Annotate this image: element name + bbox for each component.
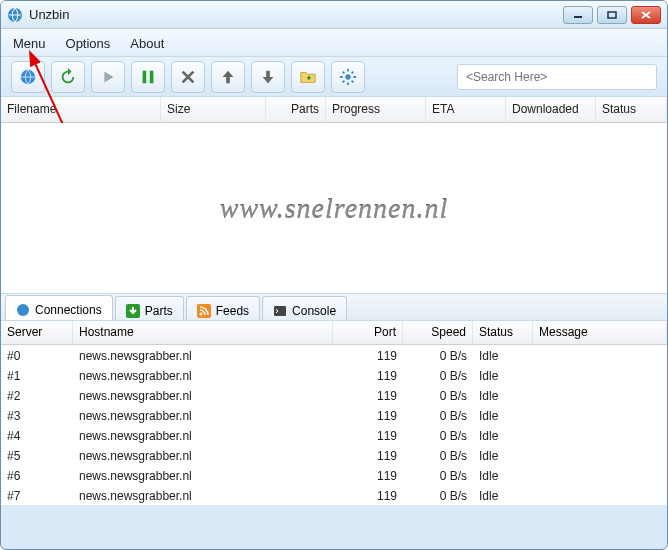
col-filename[interactable]: Filename [1, 97, 161, 122]
cell-hostname: news.newsgrabber.nl [73, 445, 333, 465]
tab-label: Console [292, 304, 336, 318]
refresh-button[interactable] [51, 61, 85, 93]
cell-speed: 0 B/s [403, 485, 473, 505]
window-title: Unzbin [29, 7, 69, 22]
col-port[interactable]: Port [333, 321, 403, 344]
col-server[interactable]: Server [1, 321, 73, 344]
col-status[interactable]: Status [596, 97, 667, 122]
tab-label: Feeds [216, 304, 249, 318]
col-conn-status[interactable]: Status [473, 321, 533, 344]
cell-speed: 0 B/s [403, 425, 473, 445]
cell-server: #5 [1, 445, 73, 465]
down-button[interactable] [251, 61, 285, 93]
cell-hostname: news.newsgrabber.nl [73, 385, 333, 405]
cell-status: Idle [473, 385, 533, 405]
tab-console[interactable]: Console [262, 296, 347, 320]
cell-status: Idle [473, 425, 533, 445]
cell-message [533, 385, 667, 405]
menubar: Menu Options About [1, 29, 667, 57]
watermark-text: www.snelrennen.nl [1, 193, 667, 225]
menu-menu[interactable]: Menu [13, 36, 46, 51]
connection-row[interactable]: #7news.newsgrabber.nl1190 B/sIdle [1, 485, 667, 505]
cell-port: 119 [333, 445, 403, 465]
cell-port: 119 [333, 345, 403, 365]
col-hostname[interactable]: Hostname [73, 321, 333, 344]
cell-message [533, 345, 667, 365]
tab-parts[interactable]: Parts [115, 296, 184, 320]
connection-row[interactable]: #5news.newsgrabber.nl1190 B/sIdle [1, 445, 667, 465]
connection-row[interactable]: #6news.newsgrabber.nl1190 B/sIdle [1, 465, 667, 485]
minimize-button[interactable] [563, 6, 593, 24]
globe-icon [16, 303, 30, 317]
cell-port: 119 [333, 365, 403, 385]
cancel-button[interactable] [171, 61, 205, 93]
connection-row[interactable]: #3news.newsgrabber.nl1190 B/sIdle [1, 405, 667, 425]
cell-speed: 0 B/s [403, 465, 473, 485]
up-button[interactable] [211, 61, 245, 93]
settings-button[interactable] [331, 61, 365, 93]
app-icon [7, 7, 23, 23]
cell-port: 119 [333, 465, 403, 485]
cell-status: Idle [473, 465, 533, 485]
pause-button[interactable] [131, 61, 165, 93]
col-speed[interactable]: Speed [403, 321, 473, 344]
close-button[interactable] [631, 6, 661, 24]
menu-options[interactable]: Options [66, 36, 111, 51]
search-input[interactable] [457, 64, 657, 90]
play-button[interactable] [91, 61, 125, 93]
tab-label: Connections [35, 303, 102, 317]
cell-message [533, 425, 667, 445]
tab-label: Parts [145, 304, 173, 318]
toolbar [1, 57, 667, 97]
cell-status: Idle [473, 365, 533, 385]
svg-point-8 [17, 304, 29, 316]
cell-message [533, 465, 667, 485]
svg-rect-12 [274, 306, 286, 316]
maximize-button[interactable] [597, 6, 627, 24]
svg-point-11 [199, 312, 202, 315]
cell-server: #2 [1, 385, 73, 405]
cell-speed: 0 B/s [403, 385, 473, 405]
svg-point-7 [345, 74, 350, 79]
col-message[interactable]: Message [533, 321, 667, 344]
connection-row[interactable]: #0news.newsgrabber.nl1190 B/sIdle [1, 345, 667, 365]
cell-server: #3 [1, 405, 73, 425]
connection-row[interactable]: #4news.newsgrabber.nl1190 B/sIdle [1, 425, 667, 445]
cell-server: #0 [1, 345, 73, 365]
menu-about[interactable]: About [130, 36, 164, 51]
cell-hostname: news.newsgrabber.nl [73, 465, 333, 485]
cell-port: 119 [333, 425, 403, 445]
col-eta[interactable]: ETA [426, 97, 506, 122]
connection-row[interactable]: #1news.newsgrabber.nl1190 B/sIdle [1, 365, 667, 385]
tab-feeds[interactable]: Feeds [186, 296, 260, 320]
cell-port: 119 [333, 485, 403, 505]
cell-hostname: news.newsgrabber.nl [73, 365, 333, 385]
cell-port: 119 [333, 405, 403, 425]
col-size[interactable]: Size [161, 97, 266, 122]
downloads-list: www.snelrennen.nl [1, 123, 667, 293]
cell-message [533, 445, 667, 465]
cell-message [533, 485, 667, 505]
tab-connections[interactable]: Connections [5, 295, 113, 320]
cell-speed: 0 B/s [403, 345, 473, 365]
globe-button[interactable] [11, 61, 45, 93]
cell-server: #7 [1, 485, 73, 505]
cell-status: Idle [473, 405, 533, 425]
connection-row[interactable]: #2news.newsgrabber.nl1190 B/sIdle [1, 385, 667, 405]
cell-speed: 0 B/s [403, 365, 473, 385]
console-icon [273, 304, 287, 318]
cell-speed: 0 B/s [403, 405, 473, 425]
col-parts[interactable]: Parts [266, 97, 326, 122]
svg-rect-5 [143, 70, 147, 83]
connections-list: #0news.newsgrabber.nl1190 B/sIdle#1news.… [1, 345, 667, 505]
cell-message [533, 405, 667, 425]
downloads-header: Filename Size Parts Progress ETA Downloa… [1, 97, 667, 123]
svg-rect-6 [150, 70, 154, 83]
col-progress[interactable]: Progress [326, 97, 426, 122]
cell-message [533, 365, 667, 385]
cell-status: Idle [473, 445, 533, 465]
svg-rect-3 [608, 12, 616, 18]
cell-hostname: news.newsgrabber.nl [73, 345, 333, 365]
folder-button[interactable] [291, 61, 325, 93]
col-downloaded[interactable]: Downloaded [506, 97, 596, 122]
